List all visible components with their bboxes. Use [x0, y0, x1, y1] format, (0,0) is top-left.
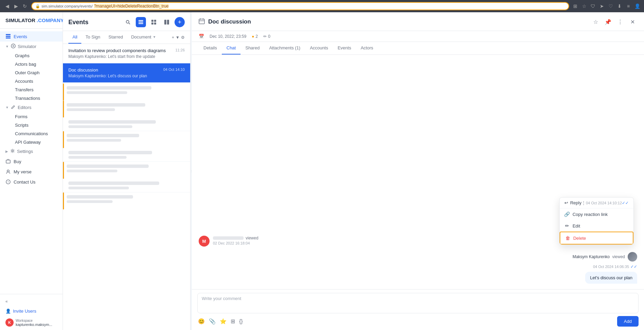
- reactions-count: ● 2: [252, 34, 258, 39]
- blur-line: [67, 91, 127, 94]
- svg-rect-14: [138, 23, 143, 24]
- sidebar-item-editors[interactable]: ▼ Editors: [0, 103, 63, 112]
- attach-button[interactable]: 📎: [208, 317, 216, 325]
- invite-label: Invite Users: [13, 309, 36, 314]
- sidebar-item-api-gateway[interactable]: API Gateway: [10, 138, 63, 146]
- sidebar-item-contact-us[interactable]: Contact Us: [0, 177, 63, 187]
- grid-icon[interactable]: ⊞: [572, 3, 579, 10]
- orange-indicator-5: [63, 192, 64, 209]
- tab-events[interactable]: Events: [333, 42, 356, 54]
- main-content: Doc discussion ☆ 📌 ⋮ ✕ 📅 Dec 10, 2022; 2…: [192, 12, 644, 330]
- grid-view-button[interactable]: [149, 17, 159, 27]
- reload-button[interactable]: ↻: [21, 2, 29, 10]
- sidebar-item-buy[interactable]: Buy: [0, 156, 63, 167]
- trash-icon: 🗑: [565, 235, 571, 241]
- settings-label: Settings: [17, 149, 33, 154]
- bookmark-icon[interactable]: ☆: [581, 3, 588, 10]
- sidebar-item-graphs[interactable]: Graphs: [10, 51, 63, 60]
- collapse-button[interactable]: «: [5, 298, 57, 305]
- person-add-icon: 👤: [5, 309, 11, 314]
- list-view-button[interactable]: [136, 17, 146, 27]
- edit-button[interactable]: ✏ Edit: [560, 220, 633, 232]
- filter-icon[interactable]: ▼: [176, 35, 180, 40]
- svg-rect-13: [138, 22, 143, 23]
- tab-chat[interactable]: Chat: [222, 42, 241, 54]
- heart-icon[interactable]: ♡: [607, 3, 614, 10]
- sidebar-item-settings[interactable]: ▶ Settings: [0, 146, 63, 156]
- close-button[interactable]: ✕: [628, 17, 637, 27]
- pin-button[interactable]: 📌: [603, 17, 613, 27]
- tab-details[interactable]: Details: [199, 42, 222, 54]
- sidebar-item-forms[interactable]: Forms: [10, 112, 63, 121]
- url-param: ?manageUI=hideDeleteReactionBtn_true: [94, 4, 168, 9]
- settings-tab-icon[interactable]: ⚙: [181, 35, 185, 40]
- tab-accounts[interactable]: Accounts: [305, 42, 333, 54]
- username-label: kapturenko.maksym...: [16, 323, 52, 327]
- copy-reaction-link-label: Copy reaction link: [573, 212, 608, 217]
- invite-users-button[interactable]: 👤 Invite Users: [5, 307, 57, 315]
- event-author-2: Maksym Kapturenko:: [68, 74, 107, 78]
- sidebar-item-transfers[interactable]: Transfers: [10, 85, 63, 94]
- tab-shared[interactable]: Shared: [241, 42, 264, 54]
- back-button[interactable]: ◀: [3, 2, 11, 10]
- plus-icon[interactable]: +: [172, 35, 174, 40]
- tab-attachments[interactable]: Attachments (1): [264, 42, 305, 54]
- sidebar-item-events[interactable]: Events: [0, 31, 63, 42]
- sidebar-item-transactions[interactable]: Transactions: [10, 94, 63, 103]
- event-sub-1: Maksym Kapturenko: Let's start from the …: [68, 54, 185, 59]
- svg-rect-17: [151, 22, 153, 25]
- more-button[interactable]: ⋮: [615, 17, 625, 27]
- blur-line: [67, 139, 121, 142]
- tab-actors[interactable]: Actors: [356, 42, 378, 54]
- emoji-button[interactable]: 😊: [197, 317, 205, 325]
- tab-to-sign[interactable]: To Sign: [81, 31, 104, 44]
- blur-line: [67, 170, 117, 172]
- copy-reaction-link-button[interactable]: 🔗 Copy reaction link: [560, 208, 633, 220]
- star-tool-button[interactable]: ⭐: [219, 317, 227, 325]
- star-button[interactable]: ☆: [591, 17, 600, 27]
- chat-bubble: Let's discuss our plan: [585, 272, 637, 284]
- chat-timestamp-right: 04 Oct 2024 14:06:35 ✓✓: [593, 264, 637, 269]
- reply-button[interactable]: ↩ Reply: [564, 200, 581, 205]
- url-bar[interactable]: 🔒 sim.simulator.company/events/ ?manageU…: [31, 2, 569, 10]
- sidebar-item-simulator[interactable]: ▼ Simulator: [0, 42, 63, 51]
- download-icon[interactable]: ⬇: [616, 3, 623, 10]
- tab-document[interactable]: Document ▼: [127, 31, 160, 44]
- delete-button[interactable]: 🗑 Delete: [560, 232, 633, 245]
- comment-placeholder[interactable]: Write your comment: [202, 296, 634, 301]
- view-toggle-button[interactable]: [162, 17, 172, 27]
- blurred-row-8: [63, 192, 190, 209]
- sidebar-item-outer-graph[interactable]: Outer Graph: [10, 68, 63, 77]
- profile-icon[interactable]: 👤: [634, 3, 641, 10]
- tab-all[interactable]: All: [68, 31, 81, 44]
- forward-icon[interactable]: ➤: [598, 3, 605, 10]
- chevron-down-icon: ▼: [5, 45, 9, 48]
- doc-header: Doc discussion ☆ 📌 ⋮ ✕: [192, 12, 644, 31]
- search-button[interactable]: [123, 17, 133, 27]
- menu-icon[interactable]: ≡: [625, 3, 632, 10]
- sidebar-item-communications[interactable]: Communications: [10, 129, 63, 138]
- blur-line: [68, 187, 129, 189]
- forward-button[interactable]: ▶: [12, 2, 20, 10]
- sidebar-item-my-verse[interactable]: My verse: [0, 167, 63, 177]
- more-options-icon[interactable]: ⋮: [581, 200, 586, 205]
- collapse-icon: «: [5, 299, 8, 304]
- sidebar-item-accounts[interactable]: Accounts: [10, 77, 63, 85]
- app-container: SIMULATOR .COMPANY 🔔 Events ▼ Simulator: [0, 12, 644, 330]
- table-button[interactable]: ⊞: [230, 317, 236, 325]
- events-label: Events: [14, 34, 27, 39]
- sidebar-item-actors-bag[interactable]: Actors bag: [10, 60, 63, 68]
- svg-point-7: [7, 170, 9, 172]
- chat-area: M viewed 02 Dec 2022 16:18:04 Maksym Kap…: [192, 55, 644, 289]
- add-event-button[interactable]: +: [175, 17, 185, 27]
- tab-starred[interactable]: Starred: [104, 31, 127, 44]
- shield-icon[interactable]: 🛡: [590, 3, 596, 10]
- event-item-1[interactable]: Invitation to review product components …: [63, 44, 190, 63]
- code-button[interactable]: {}: [238, 318, 244, 325]
- event-item-2[interactable]: Doc discussion 04 Oct 14:10 Maksym Kaptu…: [63, 63, 190, 83]
- sidebar-item-scripts[interactable]: Scripts: [10, 121, 63, 129]
- edit-label: Edit: [573, 223, 580, 229]
- add-comment-button[interactable]: Add: [617, 316, 639, 327]
- editors-label: Editors: [18, 105, 31, 110]
- blur-name: [213, 236, 244, 240]
